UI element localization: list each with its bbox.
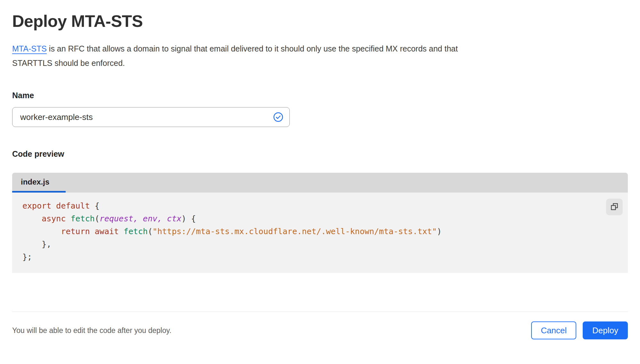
name-label: Name bbox=[12, 91, 628, 100]
code-tabbar: index.js bbox=[12, 173, 628, 193]
footer: You will be able to edit the code after … bbox=[12, 321, 628, 339]
copy-icon bbox=[610, 202, 619, 212]
code-preview-label: Code preview bbox=[12, 149, 628, 159]
tab-index-js[interactable]: index.js bbox=[12, 173, 66, 193]
description-text: is an RFC that allows a domain to signal… bbox=[12, 44, 458, 67]
cancel-button[interactable]: Cancel bbox=[531, 321, 576, 339]
description: MTA-STS is an RFC that allows a domain t… bbox=[12, 42, 484, 70]
code-editor: export default { async fetch(request, en… bbox=[22, 200, 618, 264]
footer-divider bbox=[12, 312, 628, 312]
deploy-mta-sts-page: Deploy MTA-STS MTA-STS is an RFC that al… bbox=[0, 0, 640, 339]
copy-button[interactable] bbox=[606, 199, 623, 215]
page-title: Deploy MTA-STS bbox=[12, 0, 628, 31]
name-input-wrap bbox=[12, 107, 290, 127]
footer-note: You will be able to edit the code after … bbox=[12, 326, 171, 335]
footer-actions: Cancel Deploy bbox=[531, 321, 628, 339]
name-input[interactable] bbox=[12, 107, 290, 127]
deploy-button[interactable]: Deploy bbox=[583, 321, 628, 339]
code-preview-widget: index.js export default { async fetch(re… bbox=[12, 173, 628, 273]
mta-sts-link[interactable]: MTA-STS bbox=[12, 44, 47, 53]
tab-label: index.js bbox=[21, 178, 49, 186]
check-circle-icon bbox=[273, 112, 283, 122]
code-area: export default { async fetch(request, en… bbox=[12, 193, 628, 273]
